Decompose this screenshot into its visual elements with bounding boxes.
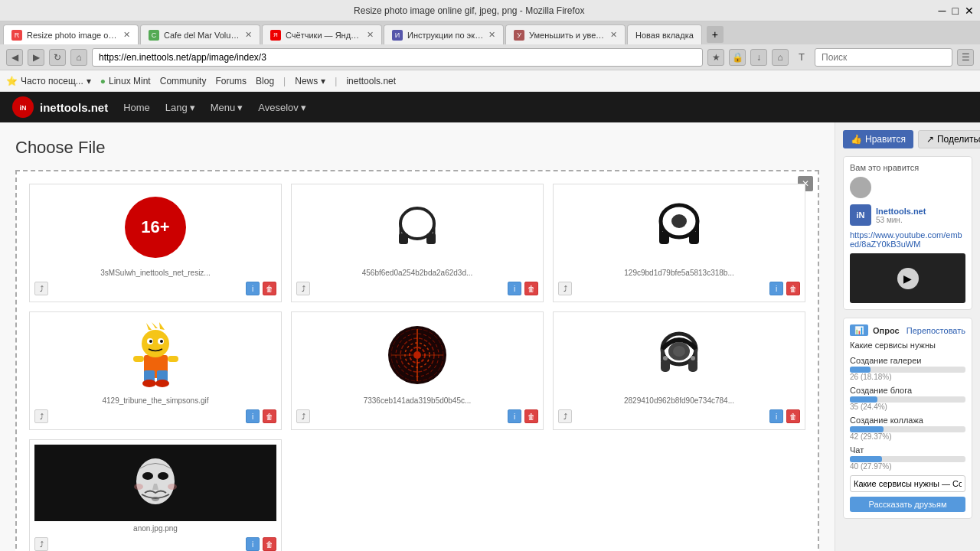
poll-option-1: Создание блога 35 (24.4%) <box>850 386 965 411</box>
poll-option-meta-1: 35 (24.4%) <box>850 403 965 411</box>
share-arrow-icon: ↗ <box>926 134 934 145</box>
vk-company-name[interactable]: Inettools.net <box>876 207 926 216</box>
tab-4[interactable]: У Уменьшить и увеличить... ✕ <box>505 24 626 44</box>
image-actions-6: ⤴ i 🗑 <box>34 536 276 551</box>
browser-tabs: R Resize photo image onlin... ✕ C Cafe d… <box>0 21 980 44</box>
svg-point-27 <box>155 380 169 387</box>
maximize-btn[interactable]: □ <box>952 5 959 17</box>
share-icon-4[interactable]: ⤴ <box>296 409 310 423</box>
poll-input[interactable] <box>850 475 965 492</box>
image-item-2: 129c9bd1d79bfe5a5813c318b... ⤴ i 🗑 <box>553 184 805 302</box>
info-btn-2[interactable]: i <box>769 282 783 295</box>
tab-favicon-4: У <box>514 30 524 41</box>
info-btn-1[interactable]: i <box>508 282 521 295</box>
tab-close-1[interactable]: ✕ <box>245 30 252 40</box>
delete-btn-4[interactable]: 🗑 <box>524 409 538 423</box>
share-icon-0[interactable]: ⤴ <box>34 282 48 295</box>
refresh-btn[interactable]: ↻ <box>49 49 66 66</box>
share-icon-2[interactable]: ⤴ <box>558 282 572 295</box>
home-btn[interactable]: ⌂ <box>70 49 87 66</box>
bookmark-blog[interactable]: Blog <box>256 76 274 86</box>
delete-btn-3[interactable]: 🗑 <box>263 409 276 423</box>
tab-5[interactable]: Новая вкладка <box>627 24 702 44</box>
delete-btn-6[interactable]: 🗑 <box>263 537 276 551</box>
vk-video-thumb[interactable]: ▶ <box>850 253 965 303</box>
tab-0[interactable]: R Resize photo image onlin... ✕ <box>3 24 139 44</box>
browser-title: Resize photo image online gif, jpeg, png… <box>6 5 933 16</box>
nav-lang[interactable]: Lang ▾ <box>165 102 195 113</box>
back-btn[interactable]: ◀ <box>6 49 23 66</box>
bookmark-news[interactable]: News ▾ <box>295 76 325 86</box>
delete-btn-2[interactable]: 🗑 <box>786 282 800 295</box>
bookmark-forums[interactable]: Forums <box>215 76 247 86</box>
tab-close-4[interactable]: ✕ <box>610 30 617 40</box>
bookmark-community[interactable]: Community <box>160 76 207 86</box>
poll-repost-link[interactable]: Перепостовать <box>906 326 965 335</box>
delete-btn-5[interactable]: 🗑 <box>786 409 800 423</box>
delete-btn-0[interactable]: 🗑 <box>263 282 276 295</box>
headphones3-svg <box>648 324 710 386</box>
svg-point-26 <box>142 380 156 387</box>
info-btn-6[interactable]: i <box>246 537 260 551</box>
svg-text:iN: iN <box>20 104 27 112</box>
image-thumb-5 <box>558 317 800 393</box>
like-btn[interactable]: 👍 Нравится <box>843 130 913 148</box>
tab-close-2[interactable]: ✕ <box>367 30 374 40</box>
bookmark-star-btn[interactable]: ★ <box>707 49 724 66</box>
share-icon-1[interactable]: ⤴ <box>296 282 310 295</box>
share-icon-6[interactable]: ⤴ <box>34 537 48 551</box>
share-btn[interactable]: ↗ Поделиться <box>918 130 980 148</box>
vk-link[interactable]: https://www.youtube.com/embed/8aZY0kB3uW… <box>850 230 965 249</box>
bookmark-linuxmint[interactable]: ● Linux Mint <box>100 76 151 86</box>
info-btn-0[interactable]: i <box>246 282 260 295</box>
tab-favicon-3: И <box>392 30 403 41</box>
tab-2[interactable]: Я Счётчики — Яндекс.Ме... ✕ <box>262 24 382 44</box>
bookmark-inettools[interactable]: inettools.net <box>346 76 396 86</box>
menu-btn[interactable]: ☰ <box>957 49 974 66</box>
tab-1[interactable]: C Cafe del Mar Volume... ✕ <box>140 24 260 44</box>
poll-option-meta-3: 40 (27.97%) <box>850 462 965 471</box>
svg-marker-17 <box>146 323 152 330</box>
download-btn[interactable]: ↓ <box>750 49 767 66</box>
tab-close-0[interactable]: ✕ <box>123 30 130 40</box>
close-window-btn[interactable]: ✕ <box>965 5 974 17</box>
poll-option-meta-2: 42 (29.37%) <box>850 432 965 441</box>
delete-btn-1[interactable]: 🗑 <box>524 282 538 295</box>
address-bar[interactable] <box>92 48 703 67</box>
bookmark-frequently[interactable]: ⭐ Часто посещ... ▾ <box>6 76 91 86</box>
browser-toolbar: ◀ ▶ ↻ ⌂ ★ 🔒 ↓ ⌂ T ☰ <box>0 44 980 70</box>
info-btn-4[interactable]: i <box>508 409 521 423</box>
image-actions-0: ⤴ i 🗑 <box>34 280 276 297</box>
site-logo[interactable]: iN inettools.net <box>12 96 108 118</box>
svg-point-58 <box>152 497 159 501</box>
security-btn[interactable]: 🔒 <box>729 49 746 66</box>
image-item-4: 7336ceb141ada319b5d0b45c... ⤴ i 🗑 <box>291 311 544 430</box>
like-icon: 👍 <box>851 134 862 145</box>
forward-btn[interactable]: ▶ <box>28 49 44 66</box>
new-tab-btn[interactable]: + <box>707 26 724 43</box>
page-title: Choose File <box>15 138 819 158</box>
home2-btn[interactable]: ⌂ <box>772 49 789 66</box>
nav-home[interactable]: Home <box>123 102 150 113</box>
image-item-0: 16+ 3sMSulwh_inettools_net_resiz... ⤴ i … <box>29 184 282 302</box>
info-btn-5[interactable]: i <box>769 409 783 423</box>
bart-svg <box>127 321 185 390</box>
vk-company-info: Inettools.net 53 мин. <box>876 207 926 224</box>
tab-close-3[interactable]: ✕ <box>488 30 495 40</box>
svg-marker-15 <box>152 322 158 328</box>
share-icon-3[interactable]: ⤴ <box>34 409 48 423</box>
search-input[interactable] <box>815 48 952 67</box>
font-btn[interactable]: T <box>793 49 810 66</box>
poll-option-3: Чат 40 (27.97%) <box>850 445 965 471</box>
nav-menu[interactable]: Menu ▾ <box>211 102 243 113</box>
tab-3[interactable]: И Инструкции по эксплуа... ✕ <box>384 24 504 44</box>
poll-section: 📊 Опрос Перепостовать Какие сервисы нужн… <box>843 318 972 519</box>
svg-point-49 <box>673 346 685 357</box>
svg-marker-16 <box>159 322 165 330</box>
share-icon-5[interactable]: ⤴ <box>558 409 572 423</box>
nav-aveselov[interactable]: Aveselov ▾ <box>258 102 306 113</box>
vk-company-icon: iN <box>850 204 871 226</box>
poll-submit-btn[interactable]: Рассказать друзьям <box>850 497 965 512</box>
info-btn-3[interactable]: i <box>246 409 260 423</box>
minimize-btn[interactable]: ─ <box>939 5 946 17</box>
